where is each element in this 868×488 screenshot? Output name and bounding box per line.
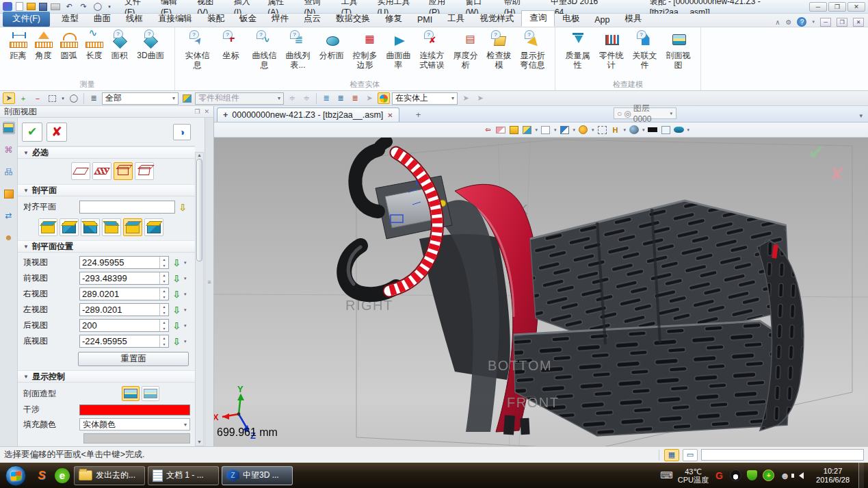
background-caret-icon[interactable]: ▾ [687, 127, 689, 133]
add-selection-icon[interactable]: + [17, 92, 29, 104]
antivirus-icon[interactable]: + [763, 470, 774, 481]
start-button[interactable] [5, 465, 26, 486]
scroll-up-icon[interactable]: ▲ [197, 153, 202, 157]
doc-minimize-button[interactable]: ─ [820, 18, 831, 27]
history-list-icon[interactable]: ≣ [349, 92, 361, 104]
tab-pmi[interactable]: PMI [410, 14, 440, 27]
thickness-analysis-button[interactable]: 厚度分析 [449, 29, 482, 70]
shape-cut-icon[interactable] [122, 386, 140, 401]
exit-section-icon[interactable]: ⇦ [482, 125, 493, 135]
tab-assembly[interactable]: 装配 [200, 12, 232, 27]
top-import-caret-icon[interactable]: ▾ [184, 260, 187, 266]
back-import-icon[interactable]: ⇩ [170, 320, 183, 331]
area-button[interactable]: 面积 [107, 29, 132, 61]
white-frame-icon[interactable] [660, 125, 671, 135]
shape-full-icon[interactable] [142, 386, 159, 401]
scope-refresh-icon[interactable] [181, 92, 193, 104]
render-globe-icon[interactable] [629, 125, 640, 135]
tab-weldment[interactable]: 焊件 [264, 12, 296, 27]
section-assembly-type-icon[interactable] [135, 162, 154, 180]
coordinate-button[interactable]: 坐标 [214, 29, 248, 61]
shade-mode-caret-icon[interactable]: ▾ [535, 127, 538, 133]
regen-icon[interactable]: ◯ [92, 2, 103, 12]
panel-splitter[interactable]: ≡ [205, 118, 213, 446]
control-polygon-button[interactable]: 控制多边形 [348, 29, 382, 70]
scroll-thumb[interactable] [196, 159, 202, 261]
open-icon[interactable] [27, 3, 36, 10]
front-view-spinner[interactable]: ▲▼ [159, 272, 168, 284]
front-import-caret-icon[interactable]: ▾ [184, 276, 187, 281]
ribbon-collapse-icon[interactable]: ∧ [775, 18, 780, 26]
help-dropdown-icon[interactable]: ▾ [812, 19, 815, 25]
left-import-caret-icon[interactable]: ▾ [184, 307, 187, 313]
shade-cube-icon[interactable] [508, 125, 519, 135]
filter-combo[interactable]: 全部 ▾ [102, 92, 179, 105]
wireframe-caret-icon[interactable]: ▾ [554, 127, 557, 133]
ok-button[interactable]: ✔ [22, 123, 42, 142]
layer-combo[interactable]: ○ ◎ 图层0000 ▾ [614, 107, 676, 119]
tray-g-icon[interactable]: G [713, 470, 725, 481]
settings-gear-icon[interactable]: ⚙ [786, 18, 792, 26]
tab-electrode[interactable]: 电极 [555, 12, 587, 27]
zoom-icon[interactable] [578, 125, 589, 135]
top-import-icon[interactable]: ⇩ [170, 257, 183, 268]
tab-surface[interactable]: 曲面 [86, 12, 118, 27]
back-view-spinner[interactable]: ▲▼ [159, 320, 168, 331]
keyboard-layout-icon[interactable]: ⌨ [660, 470, 673, 480]
show-desktop-button[interactable] [858, 463, 864, 488]
curve-list-button[interactable]: 曲线列表... [281, 29, 315, 70]
tab-repair[interactable]: 修复 [378, 12, 410, 27]
plane-bottom-icon[interactable] [144, 218, 163, 236]
arc-button[interactable]: 圆弧 [56, 29, 81, 61]
eraser-icon[interactable] [495, 125, 506, 135]
minimize-button[interactable]: ─ [809, 2, 827, 12]
remove-selection-icon[interactable]: − [31, 92, 44, 104]
new-tab-button[interactable]: + [416, 110, 421, 122]
undo-icon[interactable]: ↶ [64, 2, 75, 12]
panel-float-icon[interactable]: ❐ [194, 108, 200, 115]
close-button[interactable]: ✕ [847, 2, 865, 12]
solid-box-icon[interactable] [3, 188, 15, 200]
associated-files-button[interactable]: 关联文件 [628, 29, 661, 70]
align-import-icon[interactable]: ⇩ [176, 202, 189, 213]
snap-mode-icon[interactable] [378, 92, 390, 104]
tab-file[interactable]: 文件(F) [3, 12, 50, 27]
pick-mode-icon[interactable]: ➤ [3, 92, 15, 104]
tab-inquire[interactable]: 查询 [521, 10, 555, 27]
clock[interactable]: 10:27 2016/6/28 [812, 467, 854, 485]
scroll-down-icon[interactable]: ▼ [197, 439, 202, 444]
redo-icon[interactable]: ↷ [78, 2, 89, 12]
shade-mode-icon[interactable] [521, 125, 532, 135]
back-import-caret-icon[interactable]: ▾ [184, 323, 187, 329]
shield-icon[interactable] [746, 470, 758, 481]
tab-visual-style[interactable]: 视觉样式 [472, 12, 521, 27]
draft-check-button[interactable]: 检查拔模 [482, 29, 516, 70]
section-required-header[interactable]: ▼ 必选 [18, 146, 195, 159]
solid-info-button[interactable]: 实体信息 [181, 29, 214, 70]
manager-tree-icon[interactable]: ⌘ [3, 144, 15, 156]
continuity-error-button[interactable]: 连续方式错误 [415, 29, 449, 70]
back-view-input[interactable] [80, 320, 159, 331]
tab-point-cloud[interactable]: 点云 [296, 12, 328, 27]
swap-view-icon[interactable]: ⇄ [3, 209, 15, 222]
section-view-button[interactable]: 剖面视图 [661, 29, 695, 70]
restore-button[interactable]: ❐ [828, 2, 846, 12]
plane-back-icon[interactable] [123, 218, 142, 236]
tab-app[interactable]: App [587, 14, 617, 27]
section-position-header[interactable]: ▼ 剖平面位置 [18, 240, 195, 253]
print-icon[interactable] [51, 3, 60, 10]
section-plane-header[interactable]: ▼ 剖平面 [18, 184, 195, 196]
info-button[interactable]: ◑ [173, 124, 191, 140]
bottom-import-icon[interactable]: ⇩ [170, 336, 183, 347]
taskbar-item-zw3d[interactable]: Z 中望3D ... [222, 466, 293, 485]
tab-direct-edit[interactable]: 直接编辑 [150, 12, 200, 27]
tab-mold[interactable]: 模具 [617, 12, 649, 27]
section-box-type-icon[interactable] [114, 162, 133, 180]
panel-close-icon[interactable]: ✕ [204, 108, 209, 115]
reset-plane-button[interactable]: 重置面 [78, 352, 189, 366]
align-plane-input[interactable] [80, 201, 174, 213]
plane-right-icon[interactable] [81, 218, 100, 236]
right-import-icon[interactable]: ⇩ [170, 289, 183, 300]
plane-left-icon[interactable] [102, 218, 121, 236]
bottom-import-caret-icon[interactable]: ▾ [184, 339, 187, 344]
